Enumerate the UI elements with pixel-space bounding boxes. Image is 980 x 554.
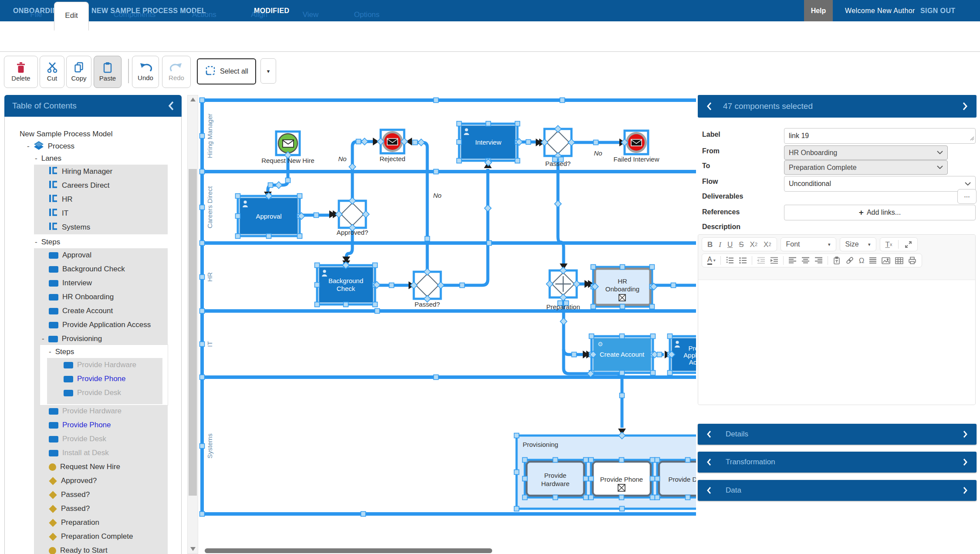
toc-step-provide-application-access[interactable]: Provide Application Access	[49, 318, 151, 332]
toc-group-steps[interactable]: -Steps	[35, 235, 60, 249]
link-icon[interactable]	[845, 256, 854, 265]
toc-gateway-approved[interactable]: Approved?	[49, 474, 97, 488]
subscript-button[interactable]: X2	[750, 241, 757, 248]
text-color-button[interactable]: A▾	[707, 256, 716, 265]
toc-group-sub-steps[interactable]: -Steps	[49, 345, 74, 359]
toc-lane-hr[interactable]: HR	[49, 193, 73, 206]
delete-button[interactable]: Delete	[4, 56, 38, 88]
flow-select[interactable]: Unconditional	[784, 176, 976, 192]
toc-substep-provide-hardware[interactable]: Provide Hardware	[64, 358, 136, 372]
select-all-button[interactable]: Select all	[197, 58, 256, 84]
section-expand-icon[interactable]	[963, 430, 968, 438]
toc-step-background-check[interactable]: Background Check	[49, 262, 125, 276]
section-expand-icon[interactable]	[963, 458, 968, 466]
toc-step-provisioning[interactable]: -Provisioning	[42, 332, 102, 346]
from-select[interactable]: HR Onboarding	[784, 145, 948, 160]
scroll-down-icon[interactable]	[190, 547, 196, 551]
deliverables-button[interactable]: ...	[957, 189, 977, 204]
gateway-approved[interactable]: Approved?	[335, 197, 369, 236]
node-provide-hardware[interactable]: Provide Hardware	[523, 458, 588, 500]
tab-options[interactable]: Options	[352, 0, 382, 30]
horizontal-rule-icon[interactable]	[869, 257, 877, 264]
tab-view[interactable]: View	[300, 0, 321, 30]
align-left-icon[interactable]	[788, 257, 797, 264]
font-select[interactable]: Font ▾	[781, 237, 836, 251]
image-icon[interactable]	[882, 257, 890, 264]
node-interview[interactable]: Interview	[457, 122, 531, 166]
node-create-account[interactable]: ⚙ Create Account	[589, 334, 662, 398]
node-failed-interview[interactable]: Failed Interview	[613, 131, 659, 163]
toc-step-interview[interactable]: Interview	[49, 276, 92, 290]
toc-gateway-preparation-complete[interactable]: Preparation Complete	[49, 530, 133, 544]
description-editor[interactable]: B I U S X2 X2 Font ▾ Size ▾ Tx	[698, 234, 976, 405]
add-links-button[interactable]: + Add links...	[784, 205, 976, 220]
sign-out-link[interactable]: SIGN OUT	[920, 0, 956, 21]
ordered-list-icon[interactable]	[726, 257, 734, 264]
toc-event-ready-to-start[interactable]: Ready to Start	[49, 544, 108, 554]
toc-lane-it[interactable]: IT	[49, 206, 68, 220]
node-provide-phone[interactable]: Provide Phone	[589, 458, 655, 500]
paste-button[interactable]: Paste	[94, 56, 122, 88]
toc-gateway-preparation[interactable]: Preparation	[49, 516, 99, 530]
undo-button[interactable]: Undo	[132, 56, 159, 88]
section-collapse-icon[interactable]	[706, 458, 711, 466]
paste-text-icon[interactable]	[833, 257, 841, 265]
node-provisioning-subprocess[interactable]: Provisioning Provide Hardware Provide Ph…	[514, 432, 696, 511]
scroll-up-icon[interactable]	[190, 98, 196, 101]
collapse-left-icon[interactable]	[168, 101, 174, 111]
superscript-button[interactable]: X2	[764, 241, 771, 248]
tab-align[interactable]: Align	[248, 0, 270, 30]
table-icon[interactable]	[895, 257, 903, 264]
toc-step-hr-onboarding[interactable]: HR Onboarding	[49, 290, 114, 304]
toc-step-provide-phone[interactable]: Provide Phone	[49, 418, 111, 432]
align-right-icon[interactable]	[814, 257, 823, 264]
toc-step-provide-hardware[interactable]: Provide Hardware	[49, 404, 122, 418]
toc-substep-provide-phone[interactable]: Provide Phone	[64, 372, 126, 386]
node-provide-desk[interactable]: Provide Desk	[655, 458, 696, 500]
toc-lane-systems[interactable]: Systems	[49, 220, 90, 234]
toc-step-create-account[interactable]: Create Account	[49, 304, 113, 318]
size-select[interactable]: Size ▾	[840, 237, 876, 251]
resize-handle-icon[interactable]	[970, 135, 974, 142]
node-provide-application-access[interactable]: Provide Application Access	[668, 334, 696, 375]
indent-icon[interactable]	[770, 257, 778, 264]
toc-lane-hiring-manager[interactable]: Hiring Manager	[49, 165, 112, 179]
select-all-dropdown[interactable]: ▾	[260, 58, 276, 84]
gateway-passed-bg[interactable]: Passed?	[410, 268, 444, 308]
help-button[interactable]: Help	[804, 0, 833, 21]
section-data[interactable]: Data	[698, 480, 977, 501]
tab-file[interactable]: File	[25, 0, 47, 30]
panel-prev-icon[interactable]	[706, 102, 712, 111]
toc-step-approval[interactable]: Approval	[49, 248, 91, 262]
vertical-scrollbar-thumb[interactable]	[189, 169, 197, 496]
gateway-preparation[interactable]: Preparation	[546, 267, 580, 311]
to-select[interactable]: Preparation Complete	[784, 160, 948, 175]
toc-event-request-new-hire[interactable]: Request New Hire	[49, 460, 120, 474]
cut-button[interactable]: Cut	[40, 56, 64, 88]
label-input[interactable]: link 19	[784, 128, 976, 144]
section-expand-icon[interactable]	[963, 486, 968, 494]
special-char-button[interactable]: Ω	[859, 257, 865, 264]
bold-button[interactable]: B	[707, 241, 713, 248]
align-center-icon[interactable]	[801, 257, 810, 264]
remove-format-button[interactable]: Tx	[885, 241, 892, 248]
tab-edit[interactable]: Edit	[54, 2, 89, 30]
toc-group-lanes[interactable]: -Lanes	[35, 152, 61, 166]
section-collapse-icon[interactable]	[706, 486, 711, 494]
toc-substep-provide-desk[interactable]: Provide Desk	[64, 386, 121, 400]
redo-button[interactable]: Redo	[162, 56, 191, 88]
bullet-list-icon[interactable]	[739, 257, 747, 264]
tab-actions[interactable]: Actions	[189, 0, 220, 30]
section-collapse-icon[interactable]	[706, 430, 711, 438]
description-textarea[interactable]	[698, 280, 975, 405]
section-details[interactable]: Details	[698, 424, 977, 445]
toc-lane-careers-direct[interactable]: Careers Direct	[49, 179, 110, 193]
toc-gateway-passed-1[interactable]: Passed?	[49, 488, 90, 502]
underline-button[interactable]: U	[727, 241, 733, 248]
tab-components[interactable]: Components	[111, 0, 159, 30]
strikethrough-button[interactable]: S	[739, 241, 743, 248]
maximize-button[interactable]	[905, 241, 912, 248]
process-diagram-canvas[interactable]: Hiring Manager Careers Direct HR IT Syst…	[199, 95, 696, 554]
panel-next-icon[interactable]	[963, 102, 968, 111]
gateway-passed-interview[interactable]: Passed?	[541, 125, 575, 167]
